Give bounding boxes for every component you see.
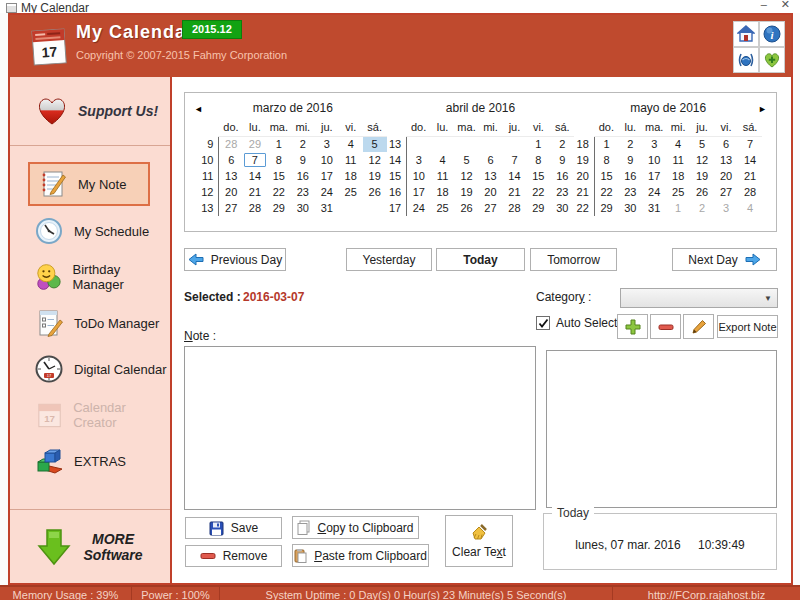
day-cell[interactable]: 21 xyxy=(243,184,267,200)
day-cell[interactable]: 21 xyxy=(738,168,762,184)
day-cell[interactable]: 17 xyxy=(315,168,339,184)
day-cell[interactable]: 15 xyxy=(594,168,618,184)
day-cell[interactable]: 6 xyxy=(714,136,738,152)
day-cell[interactable]: 9 xyxy=(291,152,315,168)
day-cell[interactable]: 27 xyxy=(219,200,243,216)
day-cell[interactable]: 19 xyxy=(363,168,387,184)
day-cell[interactable]: 22 xyxy=(526,184,550,200)
day-cell[interactable]: 11 xyxy=(431,168,455,184)
day-cell[interactable]: 29 xyxy=(267,200,291,216)
info-button[interactable]: i xyxy=(759,21,785,47)
website-link[interactable]: http://FCorp.rajahost.biz xyxy=(613,587,800,600)
day-cell[interactable]: 14 xyxy=(243,168,267,184)
sidebar-item-extras[interactable]: EXTRAS xyxy=(10,438,170,484)
home-button[interactable] xyxy=(733,21,759,47)
day-cell[interactable]: 28 xyxy=(502,200,526,216)
day-cell[interactable]: 24 xyxy=(315,184,339,200)
day-cell[interactable]: 3 xyxy=(315,136,339,152)
checkbox-box[interactable] xyxy=(536,316,550,330)
day-cell[interactable]: 2 xyxy=(291,136,315,152)
day-cell[interactable]: 12 xyxy=(455,168,479,184)
day-cell[interactable]: 4 xyxy=(339,136,363,152)
day-cell[interactable]: 5 xyxy=(455,152,479,168)
day-cell[interactable]: 1 xyxy=(666,200,690,216)
day-cell[interactable]: 18 xyxy=(339,168,363,184)
sidebar-item-todo-manager[interactable]: ToDo Manager xyxy=(10,300,170,346)
day-cell[interactable]: 5 xyxy=(690,136,714,152)
day-cell[interactable]: 25 xyxy=(431,200,455,216)
day-cell[interactable]: 15 xyxy=(526,168,550,184)
day-cell[interactable]: 3 xyxy=(407,152,431,168)
previous-day-button[interactable]: Previous Day xyxy=(184,248,286,271)
edit-note-button[interactable] xyxy=(683,314,714,339)
day-cell[interactable]: 25 xyxy=(339,184,363,200)
day-cell[interactable]: 8 xyxy=(526,152,550,168)
day-cell[interactable]: 30 xyxy=(618,200,642,216)
day-cell[interactable]: 27 xyxy=(714,184,738,200)
yesterday-button[interactable]: Yesterday xyxy=(346,248,432,271)
day-cell[interactable]: 7 xyxy=(243,152,267,168)
day-cell[interactable]: 9 xyxy=(550,152,574,168)
day-cell[interactable]: 16 xyxy=(618,168,642,184)
day-cell[interactable]: 31 xyxy=(642,200,666,216)
day-cell[interactable]: 30 xyxy=(291,200,315,216)
day-cell[interactable]: 10 xyxy=(642,152,666,168)
day-cell[interactable]: 29 xyxy=(243,136,267,152)
day-cell[interactable]: 26 xyxy=(455,200,479,216)
day-cell[interactable]: 12 xyxy=(363,152,387,168)
close-button[interactable]: ✕ xyxy=(781,0,790,11)
day-cell[interactable]: 24 xyxy=(407,200,431,216)
day-cell[interactable]: 13 xyxy=(714,152,738,168)
day-cell[interactable]: 24 xyxy=(642,184,666,200)
sidebar-item-birthday-manager[interactable]: Birthday Manager xyxy=(10,254,170,300)
day-cell[interactable]: 28 xyxy=(243,200,267,216)
day-cell[interactable]: 4 xyxy=(738,200,762,216)
day-cell[interactable]: 3 xyxy=(714,200,738,216)
minimize-button[interactable]: – xyxy=(761,0,767,11)
note-list-box[interactable] xyxy=(546,350,777,508)
more-software-button[interactable]: MORE Software xyxy=(10,509,170,583)
day-cell[interactable]: 9 xyxy=(618,152,642,168)
day-cell[interactable]: 12 xyxy=(690,152,714,168)
day-cell[interactable]: 23 xyxy=(618,184,642,200)
sidebar-item-my-schedule[interactable]: My Schedule xyxy=(10,208,170,254)
day-cell[interactable]: 29 xyxy=(594,200,618,216)
clear-text-button[interactable]: Clear Text xyxy=(445,515,513,567)
day-cell[interactable]: 23 xyxy=(550,184,574,200)
day-cell[interactable]: 1 xyxy=(594,136,618,152)
note-textarea[interactable] xyxy=(184,346,536,510)
day-cell[interactable]: 10 xyxy=(315,152,339,168)
paste-from-clipboard-button[interactable]: Paste from Clipboard xyxy=(292,544,429,567)
day-cell[interactable]: 29 xyxy=(526,200,550,216)
day-cell[interactable]: 11 xyxy=(666,152,690,168)
auto-select-checkbox[interactable]: Auto Select xyxy=(536,316,617,330)
day-cell[interactable]: 1 xyxy=(526,136,550,152)
day-cell[interactable]: 13 xyxy=(219,168,243,184)
day-cell[interactable]: 20 xyxy=(479,184,503,200)
day-cell[interactable]: 19 xyxy=(455,184,479,200)
broadcast-button[interactable] xyxy=(733,47,759,73)
day-cell[interactable]: 28 xyxy=(219,136,243,152)
day-cell[interactable]: 14 xyxy=(738,152,762,168)
day-cell[interactable]: 6 xyxy=(479,152,503,168)
day-cell[interactable]: 18 xyxy=(666,168,690,184)
day-cell[interactable]: 31 xyxy=(315,200,339,216)
day-cell[interactable]: 1 xyxy=(267,136,291,152)
day-cell[interactable]: 17 xyxy=(642,168,666,184)
day-cell[interactable]: 15 xyxy=(267,168,291,184)
day-cell[interactable]: 16 xyxy=(550,168,574,184)
day-cell[interactable]: 19 xyxy=(690,168,714,184)
day-cell[interactable]: 8 xyxy=(267,152,291,168)
calendar-prev-arrow[interactable]: ◄ xyxy=(194,104,203,114)
day-cell[interactable]: 26 xyxy=(363,184,387,200)
day-cell[interactable]: 30 xyxy=(550,200,574,216)
day-cell[interactable]: 26 xyxy=(690,184,714,200)
day-cell[interactable]: 8 xyxy=(594,152,618,168)
export-note-button[interactable]: Export Note xyxy=(717,315,778,338)
day-cell[interactable]: 3 xyxy=(642,136,666,152)
save-button[interactable]: Save xyxy=(185,517,282,539)
add-note-button[interactable] xyxy=(617,314,648,339)
category-dropdown[interactable]: ▼ xyxy=(620,288,778,308)
sidebar-item-digital-calendar[interactable]: 17 Digital Calendar xyxy=(10,346,170,392)
day-cell[interactable]: 22 xyxy=(267,184,291,200)
